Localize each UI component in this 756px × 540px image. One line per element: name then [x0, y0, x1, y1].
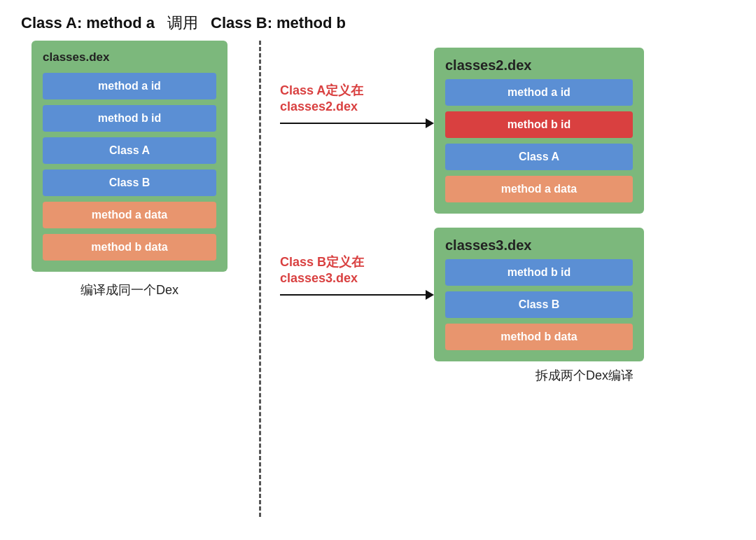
header-calls: 调用	[167, 13, 198, 34]
right-col: classes2.dex method a idmethod b idClass…	[434, 41, 735, 384]
header-method-b: method b	[276, 14, 346, 32]
right3-item-1: Class B	[445, 291, 633, 318]
right2-item-2: Class A	[445, 144, 633, 170]
right2-item-3: method a data	[445, 176, 633, 202]
classes3-section: classes3.dex method b idClass Bmethod b …	[434, 228, 735, 384]
classes2-section: classes2.dex method a idmethod b idClass…	[434, 48, 735, 214]
header-class-a: Class A:	[21, 14, 82, 32]
left-item-2: Class A	[43, 137, 216, 164]
annotation-text-2: Class B定义在classes3.dex	[280, 254, 434, 287]
arrow-row-2	[280, 290, 434, 300]
arrow-head-2	[426, 290, 434, 300]
classes2-dex-title: classes2.dex	[445, 57, 633, 74]
header-row: Class A: method a 调用 Class B: method b	[0, 0, 756, 41]
right3-item-2: method b data	[445, 324, 633, 350]
divider-col	[238, 41, 280, 384]
classes-dex-title: classes.dex	[43, 50, 216, 64]
annotation-block-1: Class A定义在classes2.dex	[280, 83, 434, 128]
right3-item-0: method b id	[445, 259, 633, 286]
header-method-a: method a	[86, 14, 155, 32]
right-bottom-label: 拆成两个Dex编译	[434, 367, 735, 384]
right2-item-0: method a id	[445, 79, 633, 106]
right2-item-1: method b id	[445, 111, 633, 138]
annotation-block-2: Class B定义在classes3.dex	[280, 254, 434, 300]
main-content: classes.dex method a idmethod b idClass …	[0, 41, 756, 384]
middle-col: Class A定义在classes2.dex Class B定义在classes…	[280, 41, 434, 384]
classes3-dex-title: classes3.dex	[445, 237, 633, 254]
left-item-0: method a id	[43, 73, 216, 99]
left-panel: classes.dex method a idmethod b idClass …	[21, 41, 238, 384]
classes-dex-box: classes.dex method a idmethod b idClass …	[31, 41, 227, 272]
arrow-head-1	[426, 118, 434, 128]
left-item-1: method b id	[43, 105, 216, 132]
annotation-text-1: Class A定义在classes2.dex	[280, 83, 434, 116]
header-class-b: Class B:	[211, 14, 272, 32]
left-item-5: method b data	[43, 234, 216, 261]
arrow-line-2	[280, 294, 426, 296]
arrow-line-1	[280, 123, 426, 124]
left-item-4: method a data	[43, 202, 216, 228]
left-bottom-label: 编译成同一个Dex	[80, 282, 178, 298]
classes2-dex-box: classes2.dex method a idmethod b idClass…	[434, 48, 644, 214]
classes3-dex-box: classes3.dex method b idClass Bmethod b …	[434, 228, 644, 361]
left-item-3: Class B	[43, 169, 216, 196]
arrow-row-1	[280, 118, 434, 128]
dashed-line	[259, 41, 261, 517]
